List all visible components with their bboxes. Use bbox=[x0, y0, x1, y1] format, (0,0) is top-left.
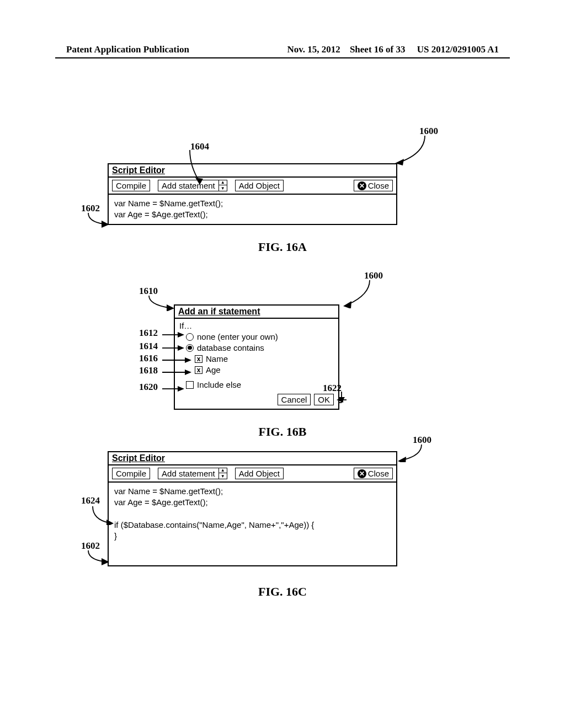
close-icon: ✕ bbox=[358, 181, 366, 190]
script-editor-window-c: Script Editor Compile Add statement ▲ ▼ … bbox=[108, 451, 397, 566]
ref-1602-c: 1602 bbox=[81, 540, 100, 552]
ref-1612: 1612 bbox=[139, 328, 158, 339]
caption-16b: FIG. 16B bbox=[0, 425, 565, 439]
page-header: Patent Application Publication Nov. 15, … bbox=[0, 44, 565, 55]
add-object-button[interactable]: Add Object bbox=[235, 468, 284, 479]
ok-button[interactable]: OK bbox=[314, 394, 334, 405]
ref-1600-c: 1600 bbox=[413, 435, 431, 446]
dialog-title: Add an if statement bbox=[175, 306, 338, 319]
ref-1614: 1614 bbox=[139, 341, 158, 352]
header-rule bbox=[55, 57, 510, 58]
add-if-dialog: Add an if statement If… none (enter your… bbox=[174, 304, 339, 410]
ref-1616: 1616 bbox=[139, 353, 158, 364]
svg-marker-3 bbox=[343, 301, 351, 308]
chevron-down-icon[interactable]: ▼ bbox=[219, 186, 227, 191]
ref-1600-b: 1600 bbox=[364, 270, 383, 281]
code-editor[interactable]: var Name = $Name.getText(); var Age = $A… bbox=[109, 195, 396, 224]
radio-none-label: none (enter your own) bbox=[197, 332, 278, 341]
toolbar: Compile Add statement ▲ ▼ Add Object ✕ C… bbox=[109, 465, 396, 483]
ref-1618: 1618 bbox=[139, 365, 158, 376]
checkbox-name-label: Name bbox=[206, 354, 228, 363]
add-statement-button[interactable]: Add statement bbox=[158, 468, 218, 479]
close-button-label: Close bbox=[368, 181, 389, 190]
close-button[interactable]: ✕ Close bbox=[354, 468, 393, 479]
checkbox-age[interactable] bbox=[195, 366, 202, 374]
pub-date: Nov. 15, 2012 bbox=[287, 44, 340, 55]
caption-16c: FIG. 16C bbox=[0, 585, 565, 599]
close-button-label: Close bbox=[368, 469, 389, 478]
sheet-number: Sheet 16 of 33 bbox=[350, 44, 406, 55]
ref-1604: 1604 bbox=[190, 141, 209, 152]
svg-marker-12 bbox=[398, 457, 406, 462]
radio-database-contains[interactable] bbox=[186, 344, 194, 352]
svg-marker-10 bbox=[339, 397, 345, 403]
checkbox-name[interactable] bbox=[195, 355, 202, 363]
chevron-up-icon[interactable]: ▲ bbox=[219, 180, 227, 185]
radio-db-label: database contains bbox=[197, 343, 264, 352]
ref-1602-a: 1602 bbox=[81, 203, 100, 214]
chevron-down-icon[interactable]: ▼ bbox=[219, 474, 227, 479]
cancel-button[interactable]: Cancel bbox=[278, 394, 311, 405]
toolbar: Compile Add statement ▲ ▼ Add Object ✕ C… bbox=[109, 178, 396, 195]
pub-number: US 2012/0291005 A1 bbox=[417, 44, 499, 55]
script-editor-window-a: Script Editor Compile Add statement ▲ ▼ … bbox=[108, 163, 397, 225]
add-statement-stepper[interactable]: ▲ ▼ bbox=[218, 468, 227, 479]
compile-button[interactable]: Compile bbox=[112, 180, 150, 191]
ref-1620: 1620 bbox=[139, 382, 158, 393]
close-button[interactable]: ✕ Close bbox=[354, 180, 393, 191]
pub-title: Patent Application Publication bbox=[66, 44, 189, 55]
add-statement-button[interactable]: Add statement bbox=[158, 180, 218, 191]
svg-marker-4 bbox=[167, 304, 174, 311]
caption-16a: FIG. 16A bbox=[0, 240, 565, 254]
compile-button[interactable]: Compile bbox=[112, 468, 150, 479]
ref-1610: 1610 bbox=[139, 286, 158, 297]
add-object-button[interactable]: Add Object bbox=[235, 180, 284, 191]
checkbox-age-label: Age bbox=[206, 365, 221, 374]
checkbox-include-else[interactable] bbox=[186, 381, 194, 389]
include-else-label: Include else bbox=[197, 380, 241, 389]
if-label: If… bbox=[179, 321, 334, 330]
ref-1600-a: 1600 bbox=[419, 126, 438, 137]
code-editor[interactable]: var Name = $Name.getText(); var Age = $A… bbox=[109, 483, 396, 565]
close-icon: ✕ bbox=[358, 469, 366, 478]
ref-1622: 1622 bbox=[323, 383, 342, 394]
window-title: Script Editor bbox=[109, 452, 396, 465]
radio-none[interactable] bbox=[186, 333, 194, 341]
ref-1624: 1624 bbox=[81, 495, 100, 506]
add-statement-stepper[interactable]: ▲ ▼ bbox=[218, 180, 227, 191]
window-title: Script Editor bbox=[109, 164, 396, 178]
chevron-up-icon[interactable]: ▲ bbox=[219, 468, 227, 473]
